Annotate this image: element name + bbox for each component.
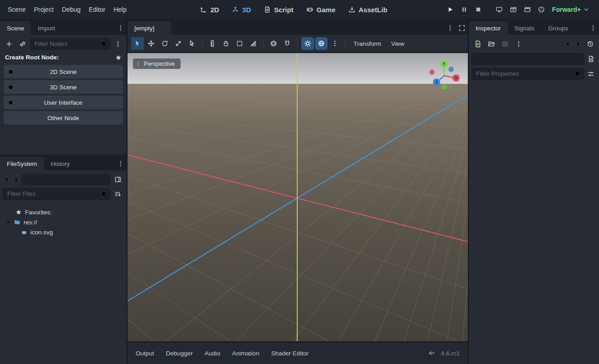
scene-dock-menu-button[interactable] [115, 21, 127, 35]
workspace-game-button[interactable]: Game [303, 4, 339, 15]
preview-environment-toggle[interactable] [315, 37, 328, 50]
stop-button[interactable] [472, 4, 484, 15]
set-square-button[interactable] [247, 37, 260, 50]
create-3d-scene-button[interactable]: 3D Scene [4, 80, 123, 94]
inspector-history-button[interactable] [584, 38, 596, 50]
inspector-back-button[interactable] [563, 38, 572, 50]
filter-files-input[interactable] [3, 188, 110, 200]
neg-y-ball[interactable] [442, 84, 447, 90]
viewport-3d[interactable]: Perspective Y X Z [128, 52, 468, 341]
rotate-tool-button[interactable] [158, 37, 171, 50]
workspace-script-button[interactable]: Script [260, 4, 297, 15]
neg-x-ball[interactable] [429, 69, 435, 75]
play-button[interactable] [444, 4, 456, 15]
open-docs-button[interactable] [585, 53, 596, 65]
load-resource-button[interactable] [485, 38, 497, 50]
local-space-button[interactable] [267, 37, 280, 50]
fs-forward-button[interactable] [12, 174, 20, 185]
inspector-forward-button[interactable] [574, 38, 583, 50]
panel-audio-button[interactable]: Audio [199, 346, 226, 360]
lock-node-button[interactable] [220, 37, 232, 50]
tab-inspector[interactable]: Inspector [469, 21, 508, 35]
property-tools-button[interactable] [585, 68, 596, 80]
tab-groups[interactable]: Groups [541, 21, 575, 35]
inspector-dock-menu-button[interactable] [587, 21, 599, 35]
panel-debugger-button[interactable]: Debugger [161, 346, 198, 360]
viewport-canvas[interactable] [128, 53, 468, 341]
panel-output-button[interactable]: Output [130, 346, 160, 360]
scene-tree-menu-button[interactable] [112, 38, 124, 50]
add-node-button[interactable] [3, 38, 15, 50]
fs-path-input[interactable] [22, 174, 110, 185]
tree-item-favorites[interactable]: Favorites: [3, 207, 124, 217]
renderer-selector[interactable]: Forward+ [550, 4, 592, 15]
create-user-interface-button[interactable]: User Interface [4, 96, 123, 109]
play-scene-button[interactable] [507, 4, 519, 15]
select-tool-button[interactable] [131, 37, 144, 50]
control-node-icon [8, 100, 14, 106]
tab-import[interactable]: Import [31, 21, 62, 35]
transform-menu[interactable]: Transform [349, 37, 386, 50]
instantiate-scene-button[interactable] [16, 38, 29, 50]
create-other-node-label: Other Node [48, 115, 79, 121]
workspace-2d-button[interactable]: 2D [196, 4, 223, 15]
projection-selector[interactable]: Perspective [133, 58, 181, 69]
tree-item-res-root[interactable]: res:// [3, 217, 124, 227]
close-scene-tab-button[interactable] [159, 25, 164, 31]
filesystem-dock-tabs: FileSystem History [0, 155, 127, 170]
scene-tab-empty[interactable]: [empty] [128, 21, 171, 35]
icon-svg-label: icon.svg [30, 229, 53, 236]
pause-button[interactable] [458, 4, 470, 15]
svg-text:Z: Z [435, 80, 438, 84]
new-scene-tab-button[interactable] [171, 21, 183, 35]
list-select-button[interactable] [186, 37, 198, 50]
fs-sort-button[interactable] [112, 188, 124, 200]
tab-filesystem[interactable]: FileSystem [0, 157, 44, 170]
fs-back-button[interactable] [3, 174, 11, 185]
workspace-assetlib-button[interactable]: AssetLib [344, 4, 391, 15]
view-axis-gizmo[interactable]: Y X Z [427, 58, 462, 92]
tab-scene[interactable]: Scene [0, 21, 31, 35]
filesystem-dock-menu-button[interactable] [115, 157, 127, 170]
create-other-node-button[interactable]: Other Node [4, 111, 123, 125]
distraction-free-button[interactable] [456, 21, 468, 35]
menu-editor[interactable]: Editor [85, 4, 110, 15]
svg-text:Y: Y [442, 62, 445, 66]
filter-properties-input[interactable] [471, 68, 584, 80]
menu-help[interactable]: Help [109, 4, 131, 15]
menu-debug[interactable]: Debug [58, 4, 84, 15]
favorite-star-icon[interactable] [115, 54, 122, 61]
save-resource-button[interactable] [499, 38, 511, 50]
tab-signals[interactable]: Signals [508, 21, 541, 35]
tab-history[interactable]: History [44, 157, 77, 170]
move-tool-button[interactable] [145, 37, 157, 50]
inspected-object-name-input[interactable] [471, 53, 584, 65]
tree-item-icon-svg[interactable]: icon.svg [3, 227, 124, 237]
fs-split-view-button[interactable] [112, 173, 124, 185]
movie-maker-button[interactable] [535, 4, 547, 15]
snap-mode-button[interactable] [281, 37, 294, 50]
filter-nodes-input[interactable] [30, 38, 110, 50]
workspace-3d-button[interactable]: 3D [228, 4, 255, 15]
neg-z-ball[interactable] [448, 67, 454, 72]
history-icon [587, 40, 594, 48]
ruler-mode-button[interactable] [206, 37, 219, 50]
pause-icon [461, 6, 468, 13]
menu-scene[interactable]: Scene [4, 4, 30, 15]
new-resource-button[interactable] [471, 38, 484, 50]
panel-shader-editor-button[interactable]: Shader Editor [265, 346, 314, 360]
group-node-button[interactable] [233, 37, 246, 50]
scale-tool-button[interactable] [172, 37, 185, 50]
audio-mute-button[interactable] [426, 347, 437, 359]
resource-extra-menu-button[interactable] [512, 38, 525, 50]
preview-sun-toggle[interactable] [301, 37, 314, 50]
create-2d-scene-button[interactable]: 2D Scene [4, 65, 123, 78]
collapse-arrow-icon[interactable] [5, 219, 11, 225]
play-custom-scene-button[interactable] [521, 4, 533, 15]
scene-tabs-list-button[interactable] [444, 21, 456, 35]
menu-project[interactable]: Project [30, 4, 58, 15]
sun-environment-menu-button[interactable] [329, 37, 341, 50]
panel-animation-button[interactable]: Animation [226, 346, 265, 360]
remote-debug-button[interactable] [493, 4, 505, 15]
view-menu[interactable]: View [387, 37, 409, 50]
